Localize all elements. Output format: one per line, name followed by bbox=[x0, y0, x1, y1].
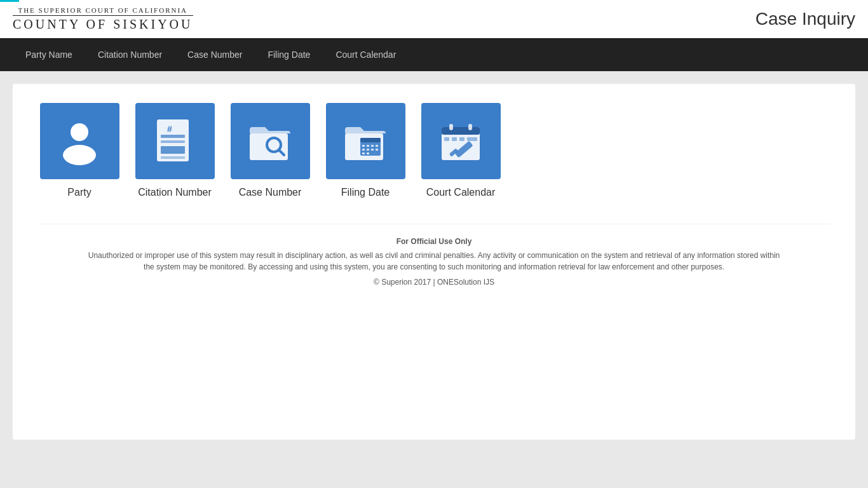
navbar: Party Name Citation Number Case Number F… bbox=[0, 38, 868, 71]
svg-rect-30 bbox=[459, 137, 465, 141]
svg-rect-8 bbox=[250, 133, 288, 160]
svg-rect-25 bbox=[442, 127, 480, 135]
svg-rect-16 bbox=[371, 145, 374, 147]
svg-point-0 bbox=[71, 123, 88, 141]
svg-rect-14 bbox=[362, 145, 365, 147]
nav-item-court-calendar[interactable]: Court Calendar bbox=[323, 38, 409, 71]
court-calendar-icon-box[interactable] bbox=[421, 103, 501, 179]
calendar-gavel-icon bbox=[435, 116, 486, 166]
nav-item-party-name[interactable]: Party Name bbox=[13, 38, 85, 71]
nav-item-filing-date[interactable]: Filing Date bbox=[255, 38, 323, 71]
court-name-bottom: COUNTY OF SISKIYOU bbox=[13, 15, 193, 32]
court-name-top: THE SUPERIOR COURT OF CALIFORNIA bbox=[18, 6, 187, 14]
icon-grid: Party # Citation Number bbox=[38, 103, 830, 198]
citation-number-icon-item[interactable]: # Citation Number bbox=[133, 103, 216, 198]
svg-rect-19 bbox=[367, 149, 369, 151]
case-number-icon-box[interactable] bbox=[231, 103, 310, 179]
svg-rect-17 bbox=[376, 145, 378, 147]
svg-point-1 bbox=[63, 145, 96, 165]
official-use-label: For Official Use Only bbox=[38, 237, 830, 246]
header: THE SUPERIOR COURT OF CALIFORNIA COUNTY … bbox=[0, 0, 868, 38]
folder-search-icon bbox=[245, 116, 295, 166]
svg-rect-5 bbox=[161, 140, 185, 143]
disclaimer-text: Unauthorized or improper use of this sys… bbox=[85, 250, 783, 273]
nav-item-citation-number[interactable]: Citation Number bbox=[85, 38, 175, 71]
svg-rect-27 bbox=[468, 124, 472, 130]
svg-text:#: # bbox=[167, 124, 172, 134]
svg-rect-4 bbox=[161, 135, 185, 138]
svg-rect-22 bbox=[362, 152, 365, 154]
svg-rect-31 bbox=[467, 137, 472, 141]
svg-rect-32 bbox=[472, 137, 477, 141]
party-icon-item[interactable]: Party bbox=[38, 103, 121, 198]
filing-date-icon-box[interactable] bbox=[326, 103, 405, 179]
footer: For Official Use Only Unauthorized or im… bbox=[38, 224, 830, 287]
nav-item-case-number[interactable]: Case Number bbox=[175, 38, 255, 71]
svg-rect-6 bbox=[161, 146, 185, 154]
copyright-text: © Superion 2017 | ONESolution IJS bbox=[38, 278, 830, 287]
svg-rect-7 bbox=[161, 156, 185, 159]
party-label: Party bbox=[67, 187, 91, 198]
svg-rect-18 bbox=[362, 149, 365, 151]
svg-rect-21 bbox=[376, 149, 378, 151]
svg-rect-26 bbox=[449, 124, 453, 130]
case-number-icon-item[interactable]: Case Number bbox=[229, 103, 311, 198]
citation-number-icon-box[interactable]: # bbox=[135, 103, 215, 179]
loading-bar bbox=[0, 0, 19, 2]
document-icon: # bbox=[149, 116, 200, 166]
person-icon bbox=[54, 116, 105, 166]
svg-rect-13 bbox=[360, 138, 381, 142]
svg-rect-28 bbox=[444, 137, 449, 141]
svg-rect-15 bbox=[367, 145, 369, 147]
party-icon-box[interactable] bbox=[40, 103, 119, 179]
svg-rect-29 bbox=[452, 137, 457, 141]
court-calendar-label: Court Calendar bbox=[426, 187, 496, 198]
folder-calendar-icon bbox=[340, 116, 391, 166]
citation-number-label: Citation Number bbox=[138, 187, 212, 198]
filing-date-icon-item[interactable]: Filing Date bbox=[324, 103, 407, 198]
main-content: Party # Citation Number bbox=[13, 84, 855, 440]
case-number-label: Case Number bbox=[239, 187, 302, 198]
logo: THE SUPERIOR COURT OF CALIFORNIA COUNTY … bbox=[13, 6, 193, 32]
court-calendar-icon-item[interactable]: Court Calendar bbox=[419, 103, 502, 198]
filing-date-label: Filing Date bbox=[341, 187, 390, 198]
page-title: Case Inquiry bbox=[756, 9, 855, 29]
svg-rect-20 bbox=[371, 149, 374, 151]
svg-rect-23 bbox=[367, 152, 369, 154]
